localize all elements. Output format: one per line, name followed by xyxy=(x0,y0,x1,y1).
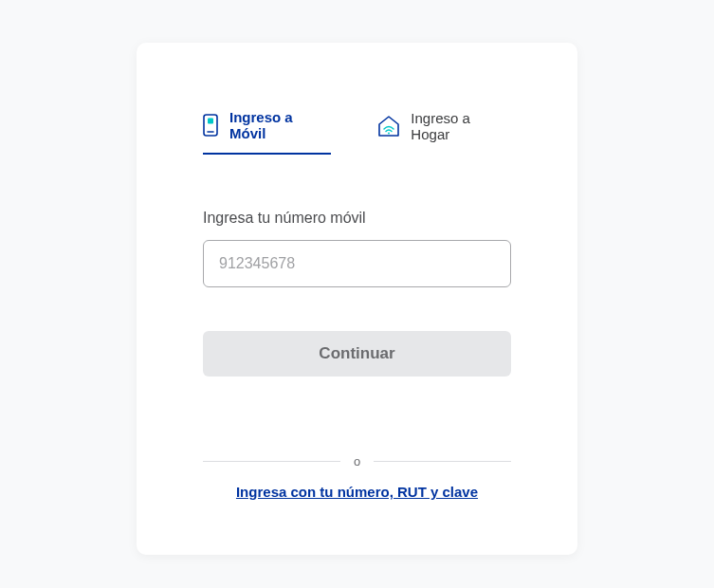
home-wifi-icon xyxy=(376,115,401,138)
divider-line-right xyxy=(374,461,511,462)
tab-hogar-label: Ingreso a Hogar xyxy=(411,110,511,142)
divider: o xyxy=(203,454,511,469)
mobile-icon xyxy=(203,114,220,137)
phone-label: Ingresa tu número móvil xyxy=(203,210,511,227)
tab-movil-label: Ingreso a Móvil xyxy=(229,109,331,141)
divider-line-left xyxy=(203,461,340,462)
login-card: Ingreso a Móvil Ingreso a Hogar Ingresa … xyxy=(137,43,577,555)
continue-button[interactable]: Continuar xyxy=(203,331,511,377)
phone-input[interactable] xyxy=(203,240,511,287)
tab-hogar[interactable]: Ingreso a Hogar xyxy=(376,109,511,155)
divider-text: o xyxy=(340,454,374,469)
tab-movil[interactable]: Ingreso a Móvil xyxy=(203,109,331,155)
alt-login-link[interactable]: Ingresa con tu número, RUT y clave xyxy=(203,484,511,500)
svg-point-3 xyxy=(388,133,390,135)
svg-rect-1 xyxy=(208,119,213,124)
login-tabs: Ingreso a Móvil Ingreso a Hogar xyxy=(203,109,511,155)
